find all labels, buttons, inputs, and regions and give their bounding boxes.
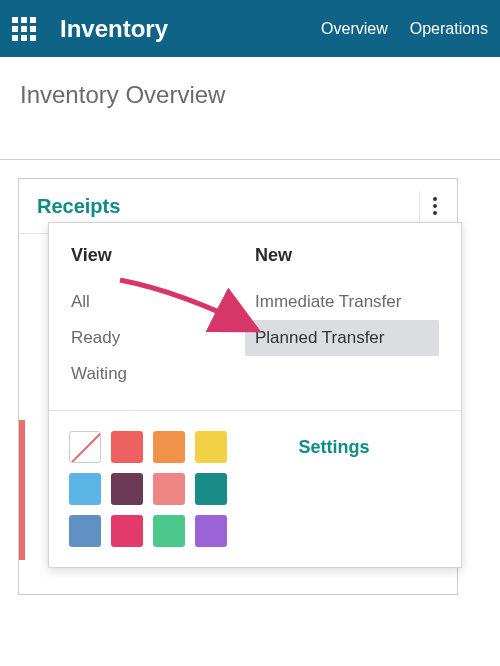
color-swatch-4[interactable] [69,473,101,505]
card-menu-button[interactable] [419,191,449,221]
color-swatch-6[interactable] [153,473,185,505]
new-immediate-transfer[interactable]: Immediate Transfer [245,284,439,320]
color-swatch-10[interactable] [153,515,185,547]
color-swatch-8[interactable] [69,515,101,547]
color-swatch-9[interactable] [111,515,143,547]
view-all[interactable]: All [61,284,255,320]
settings-link[interactable]: Settings [227,431,441,458]
app-title: Inventory [60,15,299,43]
new-column: New Immediate Transfer Planned Transfer [255,245,439,392]
color-picker [69,431,227,547]
color-swatch-11[interactable] [195,515,227,547]
view-waiting[interactable]: Waiting [61,356,255,392]
view-heading: View [71,245,255,266]
color-swatch-3[interactable] [195,431,227,463]
card-accent-red [19,420,25,560]
card-dropdown-menu: View All Ready Waiting New Immediate Tra… [48,222,462,568]
view-ready[interactable]: Ready [61,320,255,356]
top-navbar: Inventory Overview Operations [0,0,500,57]
card-area: Receipts View All Ready Waiting New Imme… [0,160,500,613]
new-planned-transfer[interactable]: Planned Transfer [245,320,439,356]
color-swatch-7[interactable] [195,473,227,505]
color-swatch-none[interactable] [69,431,101,463]
nav-operations[interactable]: Operations [410,20,488,38]
color-swatch-1[interactable] [111,431,143,463]
receipts-title: Receipts [37,195,120,218]
apps-icon[interactable] [12,17,36,41]
color-swatch-2[interactable] [153,431,185,463]
view-column: View All Ready Waiting [71,245,255,392]
page-title: Inventory Overview [0,57,500,159]
color-swatch-5[interactable] [111,473,143,505]
nav-overview[interactable]: Overview [321,20,388,38]
kebab-icon [433,197,437,215]
new-heading: New [255,245,439,266]
